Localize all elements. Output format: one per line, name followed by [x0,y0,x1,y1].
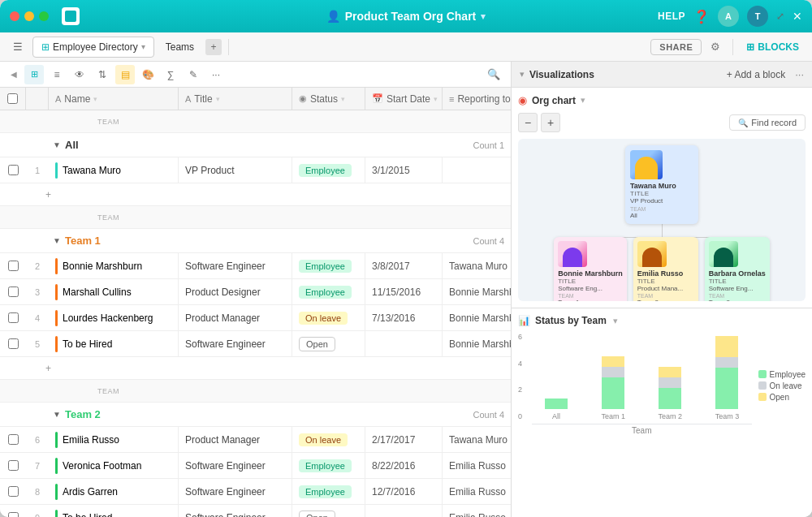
select-all-checkbox[interactable] [7,93,18,104]
table-row[interactable]: 9 To be Hired Software Engineer Open Emi… [0,505,511,517]
header-name-col[interactable]: A Name ▾ [49,88,179,110]
share-button[interactable]: SHARE [650,39,702,55]
row-select[interactable] [8,434,19,445]
expand-icon[interactable]: ⤢ [776,11,784,22]
status-badge: On leave [299,433,348,446]
minimize-traffic-light[interactable] [24,11,34,21]
team-name: Team 2 [65,408,101,420]
row-checkbox[interactable] [0,312,26,323]
find-record-button[interactable]: 🔍 Find record [729,114,806,131]
title-dropdown-icon[interactable]: ▾ [481,11,486,22]
summary-icon-btn[interactable]: ∑ [161,65,180,84]
org-node-tawana[interactable]: Tawana Muro TITLE VP Product TEAM All [625,145,698,224]
date-sort-icon[interactable]: ▾ [434,95,438,103]
row-title-cell: Software Engineer [179,505,292,517]
sort-icon-btn[interactable]: ⇅ [93,65,112,84]
row-checkbox[interactable] [0,261,26,271]
legend-color [758,381,767,390]
header-right: HELP ❓ A T ⤢ ✕ [658,6,802,27]
header-reporting-col[interactable]: ≡ Reporting to ▾ [443,88,512,110]
close-icon[interactable]: ✕ [793,10,802,23]
bar-x-label: All [552,412,560,420]
header-checkbox-col[interactable] [0,88,26,110]
table-row[interactable]: 6 Emilia Russo Product Manager On leave … [0,427,511,453]
team-label-row: TEAM [0,206,511,229]
row-select[interactable] [8,338,19,349]
header-title-col[interactable]: A Title ▾ [179,88,292,110]
team-toggle[interactable]: ▼ [49,407,65,423]
group-icon-btn[interactable]: ▤ [115,65,135,84]
teams-tab[interactable]: Teams [158,37,202,58]
hamburger-button[interactable]: ☰ [6,36,29,58]
chart-bars-container: All Team 1 Team 2 Team 3 Team [532,330,752,435]
row-checkbox[interactable] [0,434,26,445]
row-checkbox[interactable] [0,287,26,297]
more-icon-btn[interactable]: ··· [206,65,226,84]
row-select[interactable] [8,512,19,517]
employee-name: Bonnie Marshburn [63,261,142,272]
header-date-col[interactable]: 📅 Start Date ▾ [365,88,443,110]
search-button[interactable]: 🔍 [483,64,504,85]
help-label[interactable]: HELP [658,11,685,22]
color-bar [55,310,58,326]
table-row[interactable]: 1 Tawana Muro VP Product Employee 3/1/20… [0,157,511,183]
avatar-1[interactable]: A [718,6,739,27]
toolbar-form-icon[interactable]: ⚙ [705,37,726,58]
filter-icon-btn[interactable]: ≡ [47,65,67,84]
team-count: Count 1 [473,140,511,150]
hide-icon-btn[interactable]: 👁 [70,65,89,84]
collapse-sidebar-button[interactable]: ◀ [6,67,21,82]
row-select[interactable] [8,486,19,497]
avatar-2[interactable]: T [747,6,768,27]
row-select[interactable] [8,312,19,323]
bar-x-label: Team 2 [659,412,683,420]
org-chart-dropdown-icon[interactable]: ▾ [581,95,585,106]
row-checkbox[interactable] [0,486,26,497]
org-node-emilia[interactable]: Emilia Russo TITLE Product Mana... TEAM … [633,237,698,301]
team-name: All [65,139,79,151]
table-row[interactable]: 5 To be Hired Software Engineer Open Bon… [0,331,511,357]
employee-directory-tab[interactable]: ⊞ Employee Directory ▾ [32,37,154,58]
maximize-traffic-light[interactable] [39,11,49,21]
row-checkbox[interactable] [0,165,26,175]
edit-icon-btn[interactable]: ✎ [184,65,203,84]
status-chart-dropdown[interactable]: ▾ [613,316,618,326]
blocks-button[interactable]: ⊞ BLOCKS [740,38,806,56]
org-node-barbara[interactable]: Barbara Ornelas TITLE Software Eng... TE… [705,237,770,301]
help-icon[interactable]: ❓ [693,9,710,24]
row-select[interactable] [8,165,19,175]
zoom-out-button[interactable]: − [518,113,538,132]
table-row[interactable]: 4 Lourdes Hackenberg Product Manager On … [0,305,511,331]
color-bar [55,258,58,274]
row-checkbox[interactable] [0,460,26,471]
org-node-bonnie[interactable]: Bonnie Marshburn TITLE Software Eng... T… [554,237,627,301]
row-select[interactable] [8,460,19,471]
add-record-button[interactable]: + [0,183,511,206]
row-checkbox[interactable] [0,338,26,349]
add-block-button[interactable]: + Add a block [727,69,785,80]
row-checkbox[interactable] [0,512,26,517]
color-icon-btn[interactable]: 🎨 [138,65,158,84]
table-row[interactable]: 7 Veronica Footman Software Engineer Emp… [0,453,511,479]
viz-more-icon[interactable]: ··· [795,68,804,80]
name-col-icon: A [55,94,61,104]
table-row[interactable]: 2 Bonnie Marshburn Software Engineer Emp… [0,253,511,279]
status-sort-icon[interactable]: ▾ [341,95,345,103]
close-traffic-light[interactable] [10,11,19,21]
header-status-col[interactable]: ◉ Status ▾ [292,88,365,110]
add-tab-button[interactable]: + [205,39,222,55]
team-toggle[interactable]: ▼ [49,137,65,153]
row-date-cell [365,331,443,356]
add-record-button[interactable]: + [0,357,511,380]
zoom-in-button[interactable]: + [541,113,560,132]
viz-collapse-icon[interactable]: ▾ [520,69,525,80]
name-sort-icon[interactable]: ▾ [93,95,97,103]
row-select[interactable] [8,261,19,271]
team-toggle[interactable]: ▼ [49,233,65,249]
table-row[interactable]: 3 Marshall Cullins Product Designer Empl… [0,279,511,305]
row-select[interactable] [8,287,19,297]
table-row[interactable]: 8 Ardis Garren Software Engineer Employe… [0,479,511,505]
row-name-cell: Tawana Muro [49,157,179,183]
title-sort-icon[interactable]: ▾ [216,95,220,103]
grid-view-button[interactable]: ⊞ [24,65,44,84]
